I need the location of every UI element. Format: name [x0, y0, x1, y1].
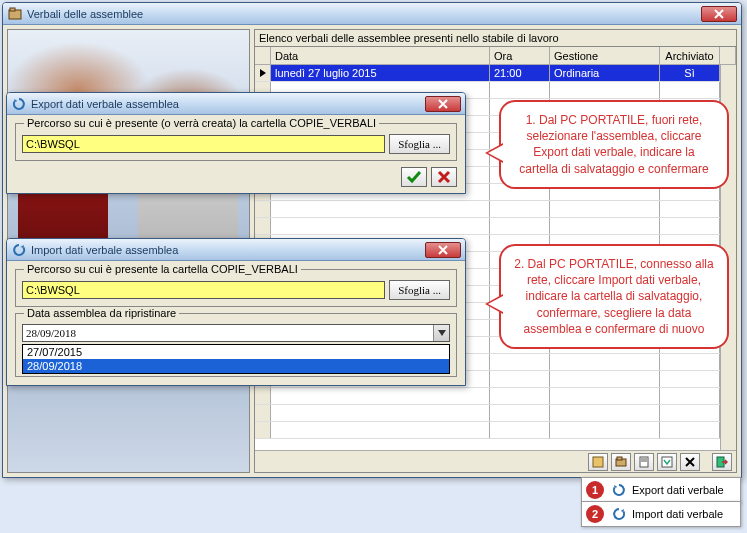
- import-browse-button[interactable]: Sfoglia ...: [389, 280, 450, 300]
- date-option[interactable]: 28/09/2018: [23, 359, 449, 373]
- export-menu-item[interactable]: 1 Export dati verbale: [581, 477, 741, 503]
- main-title: Verbali delle assemblee: [27, 8, 701, 20]
- export-titlebar[interactable]: Export dati verbale assemblea: [7, 93, 465, 115]
- export-path-group: Percorso su cui è presente (o verrà crea…: [15, 123, 457, 161]
- import-dialog: Import dati verbale assemblea Percorso s…: [6, 238, 466, 386]
- row-marker-icon: [260, 69, 266, 77]
- callout-text: 1. Dal PC PORTATILE, fuori rete, selezio…: [519, 113, 708, 176]
- callout-text: 2. Dal PC PORTATILE, connesso alla rete,…: [514, 257, 713, 336]
- import-path-group: Percorso su cui è presente la cartella C…: [15, 269, 457, 307]
- badge-icon: 1: [586, 481, 604, 499]
- import-path-label: Percorso su cui è presente la cartella C…: [24, 263, 301, 275]
- export-path-label: Percorso su cui è presente (o verrà crea…: [24, 117, 379, 129]
- date-combo-input[interactable]: [23, 325, 433, 341]
- import-menu-label: Import dati verbale: [632, 508, 723, 520]
- col-ora[interactable]: Ora: [490, 47, 550, 64]
- badge-icon: 2: [586, 505, 604, 523]
- import-titlebar[interactable]: Import dati verbale assemblea: [7, 239, 465, 261]
- app-icon: [7, 6, 23, 22]
- export-dialog: Export dati verbale assemblea Percorso s…: [6, 92, 466, 194]
- svg-rect-1: [10, 8, 15, 11]
- main-titlebar[interactable]: Verbali delle assemblee: [3, 3, 741, 25]
- export-title: Export dati verbale assemblea: [31, 98, 425, 110]
- cell-data: lunedì 27 luglio 2015: [271, 65, 490, 81]
- toolbar-btn-2[interactable]: [611, 453, 631, 471]
- toolbar-btn-1[interactable]: [588, 453, 608, 471]
- toolbar-btn-delete[interactable]: [680, 453, 700, 471]
- confirm-button[interactable]: [401, 167, 427, 187]
- import-menu-item[interactable]: 2 Import dati verbale: [581, 501, 741, 527]
- export-menu-label: Export dati verbale: [632, 484, 724, 496]
- close-icon[interactable]: [425, 96, 461, 112]
- svg-rect-2: [593, 457, 603, 467]
- refresh-icon: [11, 96, 27, 112]
- toolbar-btn-4[interactable]: [657, 453, 677, 471]
- undo-icon: [612, 507, 626, 521]
- date-option[interactable]: 27/07/2015: [23, 345, 449, 359]
- col-scroll-pad: [720, 47, 736, 64]
- col-marker: [255, 47, 271, 64]
- export-browse-button[interactable]: Sfoglia ...: [389, 134, 450, 154]
- cell-ora: 21:00: [490, 65, 550, 81]
- import-date-group: Data assemblea da ripristinare 27/07/201…: [15, 313, 457, 377]
- col-data[interactable]: Data: [271, 47, 490, 64]
- svg-rect-4: [617, 457, 622, 460]
- chevron-down-icon[interactable]: [433, 325, 449, 341]
- toolbar-btn-exit[interactable]: [712, 453, 732, 471]
- import-title: Import dati verbale assemblea: [31, 244, 425, 256]
- import-path-input[interactable]: [22, 281, 385, 299]
- cancel-button[interactable]: [431, 167, 457, 187]
- grid-toolbar: [255, 450, 736, 472]
- table-row[interactable]: lunedì 27 luglio 2015 21:00 Ordinaria Sì: [255, 65, 736, 82]
- table-caption: Elenco verbali delle assemblee presenti …: [254, 29, 737, 47]
- toolbar-btn-3[interactable]: [634, 453, 654, 471]
- date-combo-list: 27/07/2015 28/09/2018: [22, 344, 450, 374]
- cell-gestione: Ordinaria: [550, 65, 660, 81]
- col-archiviato[interactable]: Archiviato: [660, 47, 720, 64]
- svg-rect-8: [662, 457, 672, 467]
- col-gestione[interactable]: Gestione: [550, 47, 660, 64]
- cell-archiviato: Sì: [660, 65, 720, 81]
- close-icon[interactable]: [425, 242, 461, 258]
- close-icon[interactable]: [701, 6, 737, 22]
- callout-2: 2. Dal PC PORTATILE, connesso alla rete,…: [499, 244, 729, 349]
- import-date-label: Data assemblea da ripristinare: [24, 307, 179, 319]
- refresh-icon: [612, 483, 626, 497]
- undo-icon: [11, 242, 27, 258]
- export-path-input[interactable]: [22, 135, 385, 153]
- date-combo[interactable]: [22, 324, 450, 342]
- callout-1: 1. Dal PC PORTATILE, fuori rete, selezio…: [499, 100, 729, 189]
